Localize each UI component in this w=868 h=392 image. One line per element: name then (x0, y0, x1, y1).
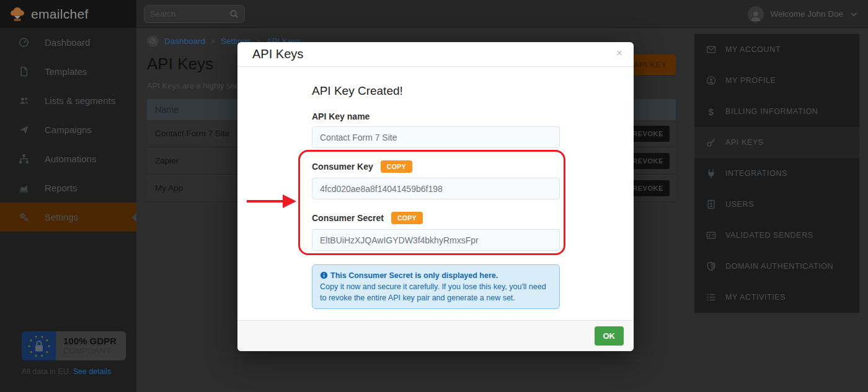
menu-item-label: DOMAIN AUTHENTICATION (725, 262, 833, 271)
api-key-name: Contact Form 7 Site (155, 129, 229, 138)
consumer-key-label: Consumer Key (312, 162, 373, 172)
secret-warning-note: This Consumer Secret is only displayed h… (312, 264, 560, 309)
active-item-notch (131, 213, 136, 222)
sidebar-item-label: Lists & segments (45, 95, 115, 106)
breadcrumb-separator: > (211, 37, 215, 46)
modal-footer: OK (237, 320, 634, 351)
consumer-secret-input[interactable] (312, 229, 560, 251)
menu-item-label: MY ACCOUNT (725, 45, 781, 54)
menu-item-billing-information[interactable]: $ BILLING INFORMATION (694, 96, 859, 127)
info-icon (320, 271, 328, 279)
modal-header: API Keys × (237, 42, 634, 67)
see-details-link[interactable]: See details (73, 367, 112, 376)
sidebar-item-label: Campaigns (45, 124, 92, 135)
modal-title: API Keys (252, 47, 303, 61)
gdpr-note: All data in EU. See details (22, 367, 112, 376)
sidebar-item-label: Reports (45, 183, 78, 193)
brand-name: emailchef (31, 7, 89, 22)
menu-item-label: USERS (725, 200, 754, 209)
sidebar-item-lists-segments[interactable]: Lists & segments (0, 86, 136, 115)
api-key-name: My App (155, 183, 183, 193)
id-badge-icon (706, 199, 716, 209)
sidebar-item-label: Settings (45, 212, 78, 222)
api-key-name: Zapier (155, 156, 179, 165)
sidebar-item-settings[interactable]: Settings (0, 203, 136, 232)
menu-item-label: INTEGRATIONS (725, 169, 787, 178)
sidebar-item-label: Dashboard (45, 37, 90, 48)
task-list-icon (706, 292, 716, 302)
consumer-key-input[interactable] (312, 178, 560, 199)
page-title: API Keys (147, 54, 213, 74)
modal-body: API Key Created! API Key name Consumer K… (237, 67, 634, 309)
note-bold-text: This Consumer Secret is only displayed h… (330, 271, 498, 280)
chevron-down-icon (849, 10, 858, 19)
menu-item-label: MY PROFILE (725, 76, 776, 85)
api-keys-modal: API Keys × API Key Created! API Key name… (237, 42, 634, 351)
menu-item-label: API KEYS (725, 138, 764, 147)
paper-plane-icon (19, 124, 29, 135)
api-key-created-heading: API Key Created! (312, 84, 560, 98)
settings-menu: MY ACCOUNT MY PROFILE $ BILLING INFORMAT… (694, 34, 859, 313)
dashboard-icon (19, 37, 29, 48)
menu-item-my-profile[interactable]: MY PROFILE (694, 65, 859, 96)
file-icon (19, 66, 29, 77)
sitemap-icon (19, 154, 29, 164)
sidebar-item-automations[interactable]: Automations (0, 144, 136, 173)
ok-button[interactable]: OK (595, 326, 624, 346)
gdpr-badge: 100% GDPR COMPLIANT (22, 331, 126, 360)
users-icon (19, 95, 29, 106)
menu-item-label: BILLING INFORMATION (725, 107, 818, 116)
sidebar-item-dashboard[interactable]: Dashboard (0, 28, 136, 57)
user-circle-icon (706, 76, 716, 85)
menu-item-my-account[interactable]: MY ACCOUNT (694, 34, 859, 65)
sidebar-item-label: Templates (45, 66, 87, 77)
menu-item-integrations[interactable]: INTEGRATIONS (694, 158, 859, 189)
menu-item-validated-senders[interactable]: VALIDATED SENDERS (694, 220, 859, 251)
address-card-icon (706, 230, 716, 240)
menu-item-domain-authentication[interactable]: DOMAIN AUTHENTICATION (694, 251, 859, 282)
api-key-name-label: API Key name (312, 111, 370, 121)
plug-icon (706, 168, 716, 178)
menu-item-users[interactable]: USERS (694, 189, 859, 220)
menu-item-api-keys[interactable]: API KEYS (694, 127, 859, 158)
menu-item-label: MY ACTIVITIES (725, 293, 786, 302)
topbar: emailchef Welcome John Doe (0, 0, 868, 28)
page-subtitle: API Keys are a highly secu (147, 81, 243, 90)
gdpr-line1: 100% GDPR (63, 336, 117, 346)
breadcrumb-home-icon (147, 35, 159, 47)
shield-icon (706, 261, 716, 271)
dollar-icon: $ (706, 107, 716, 116)
search-icon[interactable] (229, 9, 239, 19)
consumer-secret-label: Consumer Secret (312, 213, 384, 223)
menu-item-label: VALIDATED SENDERS (725, 231, 813, 240)
close-icon[interactable]: × (616, 48, 622, 58)
breadcrumb-dashboard[interactable]: Dashboard (164, 37, 205, 46)
note-body-text: Copy it now and secure it carefully. If … (320, 281, 552, 303)
eu-lock-icon (22, 331, 56, 360)
copy-consumer-key-button[interactable]: COPY (381, 160, 412, 173)
key-icon (706, 137, 716, 147)
gdpr-line2: COMPLIANT (63, 346, 117, 355)
sidebar-item-reports[interactable]: Reports (0, 173, 136, 203)
menu-item-my-activities[interactable]: MY ACTIVITIES (694, 282, 859, 313)
chef-hat-icon (8, 6, 27, 22)
welcome-text: Welcome John Doe (770, 9, 843, 19)
copy-consumer-secret-button[interactable]: COPY (391, 212, 423, 224)
avatar (748, 6, 764, 22)
envelope-icon (706, 45, 716, 54)
left-sidebar: Dashboard Templates Lists & segments Cam… (0, 28, 136, 392)
sidebar-item-label: Automations (45, 154, 96, 164)
sidebar-item-campaigns[interactable]: Campaigns (0, 115, 136, 144)
sidebar-item-templates[interactable]: Templates (0, 57, 136, 86)
gears-icon (19, 212, 29, 222)
search-box[interactable] (144, 5, 245, 23)
chart-icon (19, 183, 29, 193)
brand-logo: emailchef (0, 0, 136, 28)
search-input[interactable] (150, 9, 229, 19)
user-menu[interactable]: Welcome John Doe (748, 0, 858, 28)
api-key-name-input[interactable] (312, 126, 560, 148)
